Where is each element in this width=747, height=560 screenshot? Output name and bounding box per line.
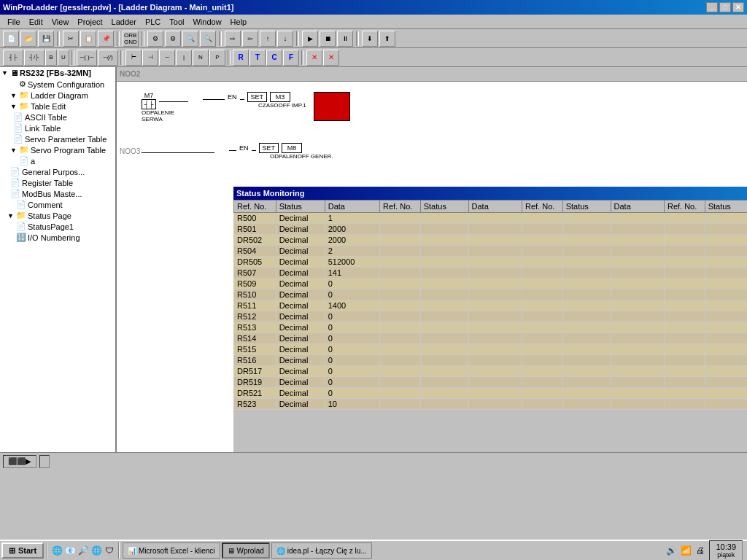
start-button[interactable]: ⊞ Start <box>1 542 44 559</box>
tb5[interactable]: ⚙ <box>165 31 181 47</box>
contact-nc[interactable]: ┤/├ <box>24 50 44 66</box>
coil-no[interactable]: ─( )─ <box>77 50 97 66</box>
cell-ref2 <box>379 333 420 344</box>
cell-data3 <box>611 366 664 377</box>
quick-launch-icon4[interactable]: 🌐 <box>90 545 102 556</box>
tree-servo-param[interactable]: 📄 Servo Parameter Table <box>0 133 115 144</box>
status-table-container[interactable]: Ref. No. Status Data Ref. No. Status Dat… <box>233 200 747 452</box>
download-btn[interactable]: ⬇ <box>362 31 378 47</box>
taskbar-wprolad[interactable]: 🖥 Wprolad <box>222 542 270 559</box>
ladder-btn4[interactable]: | <box>176 50 192 66</box>
fn-F[interactable]: F <box>283 50 299 66</box>
table-row: DR519 Decimal 0 <box>234 377 748 388</box>
menu-window[interactable]: Window <box>188 16 225 28</box>
coil-nc[interactable]: ─(/) <box>98 50 118 66</box>
tb6[interactable]: 🔍 <box>182 31 198 47</box>
tree-ascii-table[interactable]: 📄 ASCII Table <box>0 112 115 122</box>
tree-root[interactable]: ▼ 🖥 RS232 [FBs-32MN] <box>0 67 115 79</box>
clock-time: 10:39 <box>716 542 736 551</box>
cell-ref2 <box>379 224 420 235</box>
contact-no[interactable]: ┤├ <box>3 50 23 66</box>
cell-data2 <box>468 235 522 246</box>
cell-status: Decimal <box>276 246 325 257</box>
tb12[interactable]: ▶ <box>302 31 318 47</box>
del-btn[interactable]: ✕ <box>306 50 322 66</box>
tree-table-edit[interactable]: ▼ 📁 Table Edit <box>0 101 115 112</box>
en-line-1b <box>240 99 244 100</box>
minimize-button[interactable]: _ <box>706 2 718 12</box>
menu-edit[interactable]: Edit <box>25 16 47 28</box>
tree-comment[interactable]: 📄 Comment <box>0 199 115 210</box>
cell-data3 <box>611 355 664 366</box>
contact-b[interactable]: B <box>45 50 57 66</box>
tree-general-purpose[interactable]: 📄 General Purpos... <box>0 166 115 177</box>
tree-system-config[interactable]: ⚙ System Configuration <box>0 79 115 90</box>
doc-icon-link: 📄 <box>13 123 23 133</box>
tb14[interactable]: ⏸ <box>337 31 353 47</box>
cell-data3 <box>611 268 664 279</box>
fn-R[interactable]: R <box>233 50 249 66</box>
tb7[interactable]: 🔍 <box>200 31 216 47</box>
wprolad-icon: 🖥 <box>228 547 235 555</box>
quick-launch-browser[interactable]: 🌐 <box>51 545 63 556</box>
tb3[interactable]: ORBGND <box>123 31 139 47</box>
ladder-btn6[interactable]: P <box>209 50 225 66</box>
tree-io-numbering[interactable]: 🔢 I/O Numbering <box>0 232 115 243</box>
cell-status3 <box>562 355 611 366</box>
status-monitor-title: Status Monitoring <box>236 189 305 198</box>
folder-icon-ladder: 📁 <box>19 90 29 100</box>
tree-ladder-diagram[interactable]: ▼ 📁 Ladder Diagram <box>0 90 115 101</box>
cell-status2 <box>420 213 468 224</box>
paste-button[interactable]: 📌 <box>98 31 114 47</box>
menu-view[interactable]: View <box>47 16 74 28</box>
maximize-button[interactable]: □ <box>719 2 731 12</box>
doc-icon-servo-param: 📄 <box>13 134 23 144</box>
menu-file[interactable]: File <box>3 16 25 28</box>
open-button[interactable]: 📂 <box>20 31 36 47</box>
tree-servo-a[interactable]: 📄 a <box>0 155 115 166</box>
tb13[interactable]: ⏹ <box>320 31 336 47</box>
tree-servo-prog[interactable]: ▼ 📁 Servo Program Table <box>0 144 115 155</box>
menu-tool[interactable]: Tool <box>165 16 188 28</box>
tree-status-page[interactable]: ▼ 📁 Status Page <box>0 210 115 221</box>
tb11[interactable]: ↓ <box>277 31 293 47</box>
tree-link-table[interactable]: 📄 Link Table <box>0 122 115 133</box>
quick-launch-icon5[interactable]: 🛡 <box>104 545 115 556</box>
ladder-btn3[interactable]: ─ <box>159 50 175 66</box>
cell-status2 <box>420 322 468 333</box>
taskbar-idea[interactable]: 🌐 idea.pl - Łączy Cię z lu... <box>271 542 372 559</box>
toolbar-sep-1 <box>57 31 60 46</box>
tb10[interactable]: ↑ <box>260 31 276 47</box>
taskbar-excel[interactable]: 📊 Microsoft Excel - klienci <box>123 542 220 559</box>
fn-T[interactable]: T <box>249 50 266 66</box>
menu-ladder[interactable]: Ladder <box>107 16 141 28</box>
save-button[interactable]: 💾 <box>38 31 54 47</box>
tb8[interactable]: ⇨ <box>225 31 241 47</box>
tree-register-table[interactable]: 📄 Register Table <box>0 177 115 188</box>
tree-statuspage1[interactable]: 📄 StatusPage1 <box>0 221 115 232</box>
fn-C[interactable]: C <box>266 50 282 66</box>
menu-plc[interactable]: PLC <box>141 16 165 28</box>
menu-help[interactable]: Help <box>226 16 252 28</box>
menu-project[interactable]: Project <box>73 16 107 28</box>
cell-ref: R507 <box>234 268 276 279</box>
table-row: R504 Decimal 2 <box>234 246 748 257</box>
copy-button[interactable]: 📋 <box>80 31 96 47</box>
ladder-btn2[interactable]: ⊣ <box>142 50 158 66</box>
new-button[interactable]: 📄 <box>3 31 19 47</box>
tb9[interactable]: ⇦ <box>242 31 258 47</box>
tree-modbus[interactable]: 📄 ModBus Maste... <box>0 188 115 199</box>
cell-status4 <box>705 355 747 366</box>
del-btn2[interactable]: ✕ <box>323 50 339 66</box>
upload-btn[interactable]: ⬆ <box>379 31 395 47</box>
ladder-btn1[interactable]: ⊢ <box>125 50 142 66</box>
quick-launch-mail[interactable]: 📧 <box>64 545 76 556</box>
tree-root-label: RS232 [FBs-32MN] <box>20 69 91 77</box>
doc-icon-modbus: 📄 <box>10 189 20 198</box>
ladder-btn5[interactable]: N <box>193 50 209 66</box>
cut-button[interactable]: ✂ <box>63 31 79 47</box>
close-button[interactable]: ✕ <box>732 2 744 12</box>
quick-launch-icon3[interactable]: 🔎 <box>77 545 89 556</box>
contact-u[interactable]: U <box>58 50 69 66</box>
tb4[interactable]: ⚙ <box>147 31 163 47</box>
